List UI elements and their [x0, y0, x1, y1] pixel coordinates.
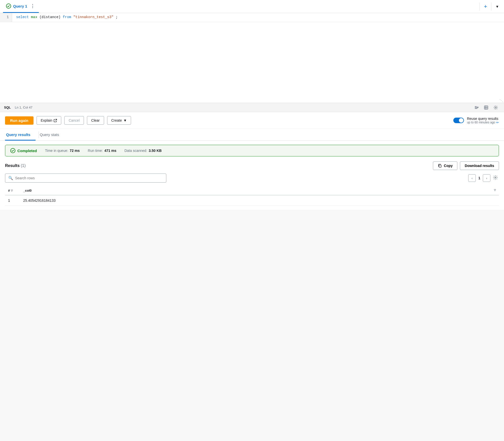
- svg-point-9: [11, 148, 15, 153]
- semicolon: ;: [116, 15, 118, 19]
- run-time-label: Run time:: [88, 149, 103, 153]
- run-time-value: 471 ms: [104, 149, 116, 153]
- results-title: Results (1): [5, 163, 26, 168]
- table-icon: [484, 105, 488, 110]
- tab-dropdown-button[interactable]: ▼: [493, 5, 501, 9]
- time-in-queue-label: Time in queue:: [45, 149, 68, 153]
- table-view-button[interactable]: [482, 104, 490, 111]
- explain-button[interactable]: Explain: [37, 116, 61, 125]
- row-num-1: 1: [5, 195, 20, 206]
- reuse-toggle[interactable]: [453, 118, 464, 123]
- format-icon: [474, 105, 479, 110]
- completed-check-icon: [10, 148, 15, 153]
- hash-label: #: [8, 189, 10, 192]
- editor-code[interactable]: select max (distance) from "tinnakorn_te…: [12, 13, 504, 22]
- tab-label: Query 1: [13, 4, 27, 8]
- search-row-container: 🔍 ‹ 1 ›: [5, 174, 499, 183]
- edit-icon[interactable]: ✏: [496, 121, 499, 124]
- status-bar-actions: [472, 104, 500, 111]
- create-button[interactable]: Create ▼: [107, 116, 131, 125]
- svg-rect-10: [439, 165, 441, 167]
- str-table: "tinnakorn_test_s3": [73, 15, 114, 19]
- tab-query-stats[interactable]: Query stats: [39, 129, 64, 141]
- clear-button[interactable]: Clear: [87, 116, 104, 125]
- col0-dropdown-icon[interactable]: ▽: [494, 189, 496, 191]
- tab-query-results[interactable]: Query results: [5, 129, 36, 141]
- results-area: Completed Time in queue: 72 ms Run time:…: [0, 141, 504, 210]
- gear-icon: [493, 105, 498, 110]
- tab-separator-2: [491, 3, 491, 11]
- svg-rect-1: [475, 106, 477, 107]
- table-body: 1 25.40542916184133: [5, 195, 499, 206]
- kw-from: from: [63, 15, 71, 19]
- table-settings-button[interactable]: [492, 174, 499, 182]
- completed-banner: Completed Time in queue: 72 ms Run time:…: [5, 145, 499, 156]
- hash-sort: # ▽: [8, 189, 13, 192]
- sql-label: SQL: [4, 106, 11, 109]
- tab-separator: [480, 3, 480, 11]
- toolbar: Run again Explain Cancel Clear Create ▼ …: [0, 112, 504, 129]
- tab-bar-actions: + ▼: [478, 3, 501, 11]
- results-title-text: Results: [5, 163, 20, 168]
- kw-select: select: [16, 15, 29, 19]
- col0-header[interactable]: _col0 ▽: [20, 186, 499, 195]
- fn-max: max: [31, 15, 37, 19]
- search-input[interactable]: [15, 176, 163, 180]
- copy-icon: [438, 164, 442, 168]
- svg-point-11: [495, 177, 496, 178]
- copy-label: Copy: [444, 164, 453, 168]
- external-link-icon: [54, 119, 57, 122]
- hash-sort-icon[interactable]: ▽: [11, 189, 13, 192]
- data-scanned-value: 3.50 KB: [149, 149, 162, 153]
- cancel-button[interactable]: Cancel: [64, 116, 84, 125]
- paren-open: (distance): [39, 15, 62, 19]
- run-again-button[interactable]: Run again: [5, 116, 34, 125]
- col0-sort: _col0: [23, 189, 32, 192]
- page-number: 1: [477, 176, 481, 180]
- check-circle-icon: [6, 4, 11, 9]
- results-count: (1): [21, 163, 26, 168]
- settings-editor-button[interactable]: [491, 104, 500, 111]
- results-header: Results (1) Copy Download results: [5, 161, 499, 170]
- svg-rect-3: [475, 108, 477, 109]
- editor-blank-area[interactable]: ⋱: [0, 22, 504, 103]
- line-number: 1: [0, 13, 12, 22]
- results-actions: Copy Download results: [433, 161, 499, 170]
- reuse-label: Reuse query results: [467, 117, 498, 121]
- result-tabs: Query results Query stats: [0, 129, 504, 141]
- col-hash-header[interactable]: # ▽: [5, 186, 20, 195]
- svg-rect-4: [484, 106, 488, 109]
- run-time-stat: Run time: 471 ms: [88, 149, 116, 153]
- prev-page-button[interactable]: ‹: [468, 174, 476, 182]
- search-input-wrapper[interactable]: 🔍: [5, 174, 166, 183]
- add-query-button[interactable]: +: [482, 4, 489, 9]
- create-dropdown-icon: ▼: [123, 118, 127, 122]
- query-results-label: Query results: [6, 132, 30, 137]
- completed-text: Completed: [17, 149, 37, 153]
- results-table: # ▽ _col0 ▽ 1 25.40542916184133: [5, 186, 499, 206]
- query-tab[interactable]: Query 1 ⋮: [3, 0, 39, 13]
- reuse-section: Reuse query results up to 60 minutes ago…: [453, 117, 499, 124]
- svg-point-8: [495, 107, 496, 108]
- tab-more-icon[interactable]: ⋮: [29, 3, 36, 9]
- copy-button[interactable]: Copy: [433, 161, 457, 170]
- download-results-button[interactable]: Download results: [460, 161, 499, 170]
- completed-status: Completed: [10, 148, 37, 153]
- table-header: # ▽ _col0 ▽: [5, 186, 499, 195]
- query-stats-label: Query stats: [40, 132, 59, 137]
- time-in-queue-stat: Time in queue: 72 ms: [45, 149, 80, 153]
- table-row: 1 25.40542916184133: [5, 195, 499, 206]
- reuse-sub-text: up to 60 minutes ago: [467, 121, 495, 124]
- resize-handle[interactable]: ⋱: [499, 99, 503, 102]
- format-button[interactable]: [472, 104, 481, 111]
- row-col0-1: 25.40542916184133: [20, 195, 499, 206]
- svg-point-0: [6, 4, 11, 8]
- data-scanned-label: Data scanned:: [124, 149, 147, 153]
- editor-line-1[interactable]: 1 select max (distance) from "tinnakorn_…: [0, 13, 504, 22]
- search-icon: 🔍: [8, 176, 13, 180]
- next-page-button[interactable]: ›: [483, 174, 490, 182]
- time-in-queue-value: 72 ms: [70, 149, 80, 153]
- status-bar: SQL Ln 1, Col 47: [0, 103, 504, 112]
- create-label: Create: [111, 118, 122, 122]
- cursor-position: Ln 1, Col 47: [15, 106, 33, 109]
